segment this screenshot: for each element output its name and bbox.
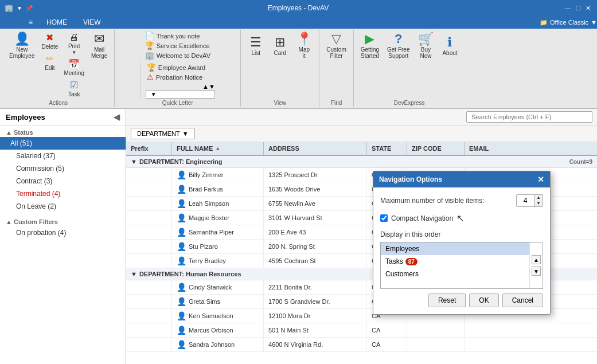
custom-filter-button[interactable]: ▽ CustomFilter	[323, 31, 349, 61]
delete-button[interactable]: ✖ Delete	[39, 31, 60, 51]
sidebar-item-on-probation[interactable]: On probation (4)	[0, 226, 126, 239]
probation-notice-button[interactable]: ⚠ Probation Notice	[146, 72, 215, 82]
app-icon: 🏢	[5, 4, 13, 12]
sidebar-collapse-button[interactable]: ◀	[114, 112, 120, 122]
quick-access-pin[interactable]: 📌	[26, 5, 33, 11]
compact-navigation-row: Compact Navigation ↖	[380, 213, 543, 224]
compact-navigation-checkbox[interactable]	[380, 214, 388, 222]
person-icon: 👤	[177, 185, 186, 194]
map-icon: 📍	[296, 33, 312, 45]
table-row[interactable]: 👤Marcus Orbison 501 N Main St CA	[126, 323, 597, 338]
new-employee-button[interactable]: 👤 NewEmployee	[6, 31, 38, 61]
column-email[interactable]: EMAIL	[465, 142, 597, 155]
devexpress-label: DevExpress	[394, 99, 425, 106]
column-address[interactable]: ADDRESS	[264, 142, 367, 155]
map-label: Mapit	[299, 46, 310, 59]
buy-now-button[interactable]: 🛒 BuyNow	[414, 31, 437, 61]
cancel-button[interactable]: Cancel	[502, 293, 543, 307]
map-it-button[interactable]: 📍 Mapit	[292, 31, 315, 61]
tab-view[interactable]: VIEW	[75, 16, 109, 29]
person-icon: 👤	[177, 311, 186, 320]
full-name-label: FULL NAME	[177, 145, 213, 152]
sidebar-header: Employees ◀	[0, 109, 126, 126]
ok-button[interactable]: OK	[469, 293, 498, 307]
application-button[interactable]: ≡	[23, 16, 38, 29]
scroll-up-btn[interactable]: ▲	[202, 83, 209, 90]
spinner-up-button[interactable]: ▲	[534, 195, 543, 201]
department-filter-button[interactable]: DEPARTMENT ▼	[131, 128, 195, 139]
new-employee-icon: 👤	[14, 33, 30, 45]
search-input[interactable]	[466, 111, 592, 123]
thank-you-button[interactable]: 📄 Thank you note	[144, 31, 212, 41]
department-filter-bar: DEPARTMENT ▼	[126, 126, 597, 142]
cell-address: 1635 Woods Drive	[264, 182, 367, 196]
about-button[interactable]: ℹ About	[438, 31, 461, 61]
cursor-indicator: ↖	[456, 213, 464, 224]
list-item-employees[interactable]: Employees	[381, 242, 529, 255]
column-full-name[interactable]: FULL NAME ▲	[172, 142, 264, 155]
list-item-customers[interactable]: Customers	[381, 268, 529, 280]
sidebar-item-contract[interactable]: Contract (3)	[0, 175, 126, 187]
dept-name: DEPARTMENT: Human Resources	[139, 271, 241, 277]
quick-letter-group: 📄 Thank you note 🏆 Service Excellence 🏢 …	[115, 30, 241, 107]
theme-dropdown-arrow[interactable]: ▼	[591, 19, 597, 26]
edit-button[interactable]: ✏ Edit	[39, 52, 60, 72]
cell-address: 200 N. Spring St	[264, 240, 367, 253]
service-excellence-button[interactable]: 🏆 Service Excellence	[144, 41, 212, 50]
mail-merge-button[interactable]: ✉ MailMerge	[88, 31, 111, 61]
main-content: DEPARTMENT ▼ Prefix FULL NAME ▲ ADDRESS …	[126, 109, 597, 364]
close-button[interactable]: ✕	[584, 4, 592, 12]
scroll-down-btn[interactable]: ▼	[209, 83, 215, 90]
ribbon-tabs: ≡ HOME VIEW 📁 Office Classic ▼	[0, 16, 597, 29]
cell-address: 4600 N Virginia Rd.	[264, 338, 367, 351]
print-label: Print	[68, 43, 80, 49]
column-state[interactable]: STATE	[367, 142, 407, 155]
max-visible-input[interactable]: 4	[517, 195, 534, 206]
quick-letter-dropdown-btn[interactable]: ▼	[146, 90, 215, 99]
minimize-button[interactable]: —	[564, 4, 572, 12]
card-view-button[interactable]: ⊞ Card	[268, 31, 291, 61]
person-icon: 👤	[177, 170, 186, 179]
tasks-item-label: Tasks	[385, 257, 403, 265]
sidebar-item-on-leave[interactable]: On Leave (2)	[0, 200, 126, 213]
max-visible-row: Maximum number of visible items: 4 ▲ ▼	[380, 194, 543, 207]
cell-name: 👤Stu Pizaro	[172, 240, 264, 253]
dept-collapse-icon[interactable]: ▼	[131, 271, 137, 277]
window-menu-arrow[interactable]: ▼	[17, 5, 22, 11]
move-down-button[interactable]: ▼	[532, 267, 541, 276]
cell-address: 2211 Bonita Dr.	[264, 280, 367, 294]
dialog-close-button[interactable]: ✕	[537, 175, 544, 184]
cell-prefix	[126, 280, 172, 294]
thank-you-icon: 📄	[145, 32, 154, 40]
getting-started-button[interactable]: ▶ GettingStarted	[357, 31, 383, 61]
get-free-support-button[interactable]: ? Get FreeSupport	[384, 31, 413, 61]
reset-button[interactable]: Reset	[428, 293, 466, 307]
dept-collapse-icon[interactable]: ▼	[131, 158, 137, 165]
maximize-button[interactable]: ☐	[574, 4, 582, 12]
print-button[interactable]: 🖨 Print ▼	[61, 31, 87, 56]
list-view-button[interactable]: ☰ List	[244, 31, 267, 61]
print-dropdown[interactable]: ▼	[72, 50, 76, 55]
sidebar-item-all[interactable]: All (51)	[0, 137, 126, 150]
meeting-button[interactable]: 📅 Meeting	[61, 57, 87, 77]
cell-address: 200 E Ave 43	[264, 225, 367, 239]
sidebar-item-salaried[interactable]: Salaried (37)	[0, 150, 126, 162]
spinner-down-button[interactable]: ▼	[534, 201, 543, 206]
cell-state: CA	[367, 323, 407, 337]
get-free-support-label: Get FreeSupport	[387, 46, 409, 59]
table-row[interactable]: 👤Sandra Johnson 4600 N Virginia Rd. CA	[126, 338, 597, 352]
welcome-button[interactable]: 🏢 Welcome to DevAV	[144, 50, 212, 60]
move-up-button[interactable]: ▲	[532, 255, 541, 264]
task-button[interactable]: ☑ Task	[61, 79, 87, 99]
data-grid: Prefix FULL NAME ▲ ADDRESS STATE ZIP COD…	[126, 142, 597, 364]
thank-you-label: Thank you note	[157, 33, 200, 40]
tab-home[interactable]: HOME	[38, 16, 75, 29]
employee-award-button[interactable]: 🏆 Employee Award	[146, 62, 215, 72]
list-item-tasks[interactable]: Tasks 87	[381, 255, 529, 268]
sidebar-item-terminated[interactable]: Terminated (4)	[0, 187, 126, 200]
sidebar-item-commission[interactable]: Commission (5)	[0, 162, 126, 175]
buy-now-label: BuyNow	[420, 46, 431, 59]
column-prefix[interactable]: Prefix	[126, 142, 172, 155]
column-zip[interactable]: ZIP CODE	[407, 142, 465, 155]
dialog-title-bar: Navigation Options ✕	[373, 171, 550, 187]
